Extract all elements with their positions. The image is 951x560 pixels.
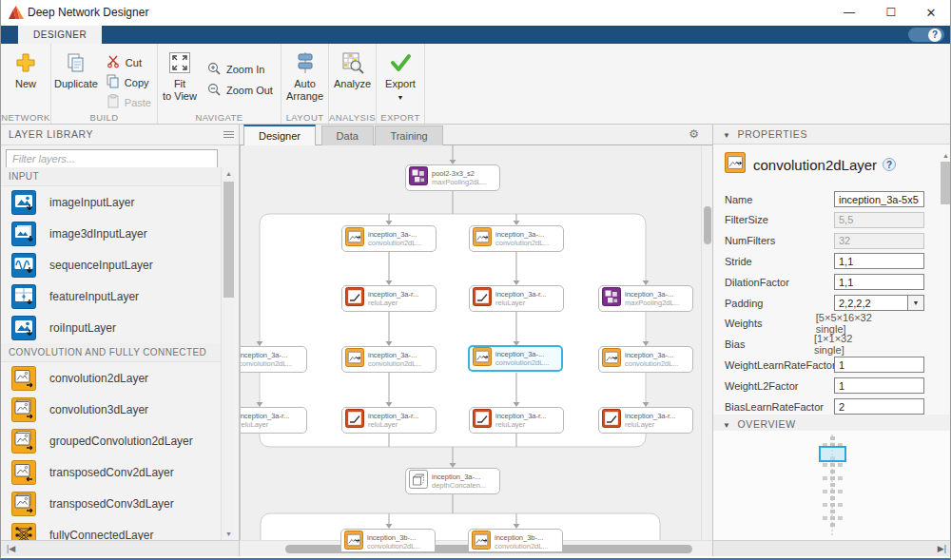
property-label: Padding (725, 298, 834, 309)
layer-library-title: LAYER LIBRARY (9, 128, 93, 140)
cut-button[interactable]: Cut (101, 52, 157, 72)
library-item-label: featureInputLayer (49, 290, 139, 303)
network-node-conv[interactable]: inception_3a-...convolution2dL... (341, 346, 437, 373)
network-node-concat[interactable]: inception_3a-...depthConcaten... (405, 468, 500, 494)
close-button[interactable]: ✕ (912, 0, 950, 26)
relu-layer-icon (345, 409, 364, 432)
layer-help-icon[interactable]: ? (883, 158, 896, 171)
stride-input[interactable] (834, 253, 924, 269)
designer-canvas[interactable]: pool2-3x3_s2maxPooling2dL...inception_3a… (240, 145, 712, 551)
library-section-header: INPUT (1, 167, 222, 186)
network-node-relu[interactable]: inception_3a-r...reluLayer (469, 407, 564, 434)
library-item-featureInputLayer[interactable]: featureInputLayer (1, 280, 222, 312)
node-type: convolution2dL... (625, 359, 679, 368)
relu-layer-icon (602, 409, 621, 432)
overview-minimap[interactable] (713, 431, 951, 540)
weightl2factor-input[interactable] (834, 377, 924, 394)
library-item-convolution2dLayer[interactable]: convolution2dLayer (1, 362, 222, 394)
network-node-conv[interactable]: inception_3a-...convolution2dL... (468, 345, 563, 372)
properties-header[interactable]: ▼PROPERTIES (713, 125, 951, 145)
conv-layer-icon (602, 348, 621, 371)
maxpool-layer-icon (409, 166, 428, 189)
canvas-vscrollbar-thumb[interactable] (704, 206, 711, 244)
network-node-relu[interactable]: inception_3a-r...reluLayer (469, 285, 564, 312)
library-item-label: fullyConnectedLayer (49, 529, 153, 541)
grouped-conv2d-icon (11, 429, 36, 454)
copy-button[interactable]: Copy (101, 72, 157, 92)
minimize-button[interactable]: — (830, 0, 868, 26)
library-scrollbar[interactable]: ▲ ▼ (221, 167, 235, 540)
network-node-conv[interactable]: inception_3a-...convolution2dL... (240, 346, 307, 373)
node-name: inception_3a-... (625, 351, 679, 359)
analyze-button[interactable]: Analyze (329, 44, 376, 90)
library-menu-icon[interactable] (223, 129, 234, 140)
node-labels: inception_3a-...convolution2dL... (368, 230, 422, 247)
group-label-layout: LAYOUT (281, 112, 328, 123)
library-item-transposedConv3dLayer[interactable]: transposedConv3dLayer (1, 488, 222, 519)
biaslearnratefactor-input[interactable] (834, 398, 924, 415)
library-item-sequenceInputLayer[interactable]: sequenceInputLayer (1, 249, 222, 280)
scroll-up-icon[interactable]: ▲ (222, 167, 236, 180)
export-dropdown-icon[interactable]: ▼ (398, 91, 404, 104)
duplicate-button[interactable]: Duplicate (51, 44, 101, 90)
node-type: depthConcaten... (432, 481, 486, 490)
auto-arrange-button[interactable]: Auto Arrange (281, 44, 328, 103)
padding-input[interactable] (834, 295, 908, 311)
canvas-tab-data[interactable]: Data (321, 126, 374, 145)
property-label: Weights (725, 318, 816, 329)
convolution-layer-icon (725, 152, 746, 177)
library-item-imageInputLayer[interactable]: imageInputLayer (1, 186, 222, 218)
dilationfactor-input[interactable] (834, 274, 924, 290)
new-button[interactable]: New (1, 44, 50, 90)
network-node-relu[interactable]: inception_3a-r...reluLayer (598, 407, 693, 434)
tab-designer[interactable]: DESIGNER (18, 26, 102, 44)
network-node-conv[interactable]: inception_3a-...convolution2dL... (598, 346, 693, 373)
library-item-transposedConv2dLayer[interactable]: transposedConv2dLayer (1, 456, 222, 488)
library-item-groupedConvolution2dLayer[interactable]: groupedConvolution2dLayer (1, 425, 222, 456)
network-node-relu[interactable]: inception_3a-r...reluLayer (240, 407, 307, 434)
export-button[interactable]: Export ▼ (377, 44, 424, 104)
network-node-maxpool[interactable]: inception_3a-...maxPooling2dL... (598, 285, 693, 312)
weightlearnratefactor-input[interactable] (834, 357, 924, 373)
library-item-image3dInputLayer[interactable]: image3dInputLayer (1, 218, 222, 249)
ribbon-group-layout: Auto Arrange LAYOUT (281, 44, 329, 124)
paste-button[interactable]: Paste (101, 92, 157, 112)
group-label-build: BUILD (51, 112, 157, 123)
library-item-roiInputLayer[interactable]: roiInputLayer (1, 312, 222, 343)
node-type: maxPooling2dL... (432, 178, 487, 186)
canvas-tab-training[interactable]: Training (375, 126, 442, 145)
network-node-conv[interactable]: inception_3b-...convolution2dL... (468, 529, 563, 551)
sequence-input-icon (11, 253, 36, 278)
padding-dropdown-icon[interactable]: ▼ (908, 295, 924, 311)
library-hscroll[interactable]: |◀ (1, 540, 239, 556)
fit-to-view-button[interactable]: Fit to View (158, 44, 202, 103)
library-scrollbar-thumb[interactable] (223, 182, 234, 298)
scroll-up-icon[interactable]: ▲ (939, 149, 951, 162)
network-node-conv[interactable]: inception_3b-...convolution2dL... (340, 529, 436, 551)
conv-layer-icon (472, 531, 491, 551)
properties-scrollbar[interactable]: ▲ ▼ (939, 149, 951, 415)
network-node-maxpool[interactable]: pool2-3x3_s2maxPooling2dL... (405, 164, 500, 191)
scroll-down-icon[interactable]: ▼ (222, 528, 236, 540)
overview-hscroll[interactable]: ▶| (713, 540, 951, 556)
network-node-conv[interactable]: inception_3a-...convolution2dL... (469, 225, 564, 252)
maximize-button[interactable]: ☐ (872, 0, 910, 26)
property-row-Name: Name (725, 191, 924, 207)
network-node-relu[interactable]: inception_3a-r...reluLayer (341, 407, 437, 434)
name-input[interactable] (834, 191, 924, 207)
network-node-conv[interactable]: inception_3a-...convolution2dL... (341, 225, 437, 252)
library-item-fullyConnectedLayer[interactable]: fullyConnectedLayer (1, 519, 222, 540)
zoom-in-button[interactable]: Zoom In (202, 59, 279, 80)
canvas-tab-designer[interactable]: Designer (243, 125, 316, 145)
properties-scrollbar-thumb[interactable] (941, 162, 950, 204)
property-row-Weights: Weights[5×5×16×32 single] (725, 316, 890, 332)
zoom-out-button[interactable]: Zoom Out (202, 80, 279, 101)
filter-layers-input[interactable] (6, 149, 218, 168)
library-item-convolution3dLayer[interactable]: convolution3dLayer (1, 394, 222, 425)
gear-icon[interactable]: ⚙ (689, 127, 699, 141)
network-node-relu[interactable]: inception_3a-r...reluLayer (341, 285, 437, 312)
canvas-vscrollbar[interactable] (701, 145, 712, 540)
relu-layer-icon (473, 409, 492, 432)
help-button[interactable]: ? (908, 28, 944, 42)
node-name: inception_3a-r... (495, 290, 546, 299)
